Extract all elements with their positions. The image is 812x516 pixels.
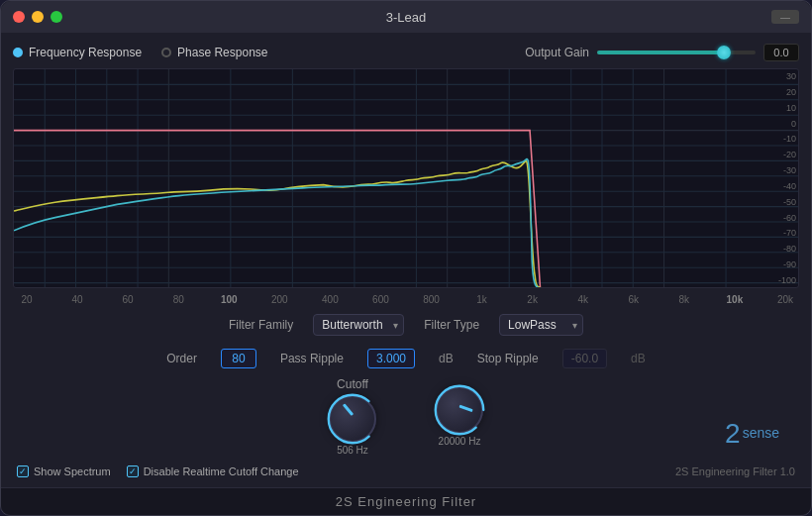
plugin-info: 2S Engineering Filter 1.0 — [675, 465, 795, 477]
cutoff2-knob-wrap: 20000 Hz — [436, 386, 483, 447]
y-label-0: 0 — [768, 119, 796, 129]
filter-row: Filter Family Butterworth Chebyshev Bess… — [13, 309, 799, 341]
close-button[interactable] — [13, 11, 25, 23]
y-label-neg30: -30 — [768, 165, 796, 175]
checkbox-group: ✓ Show Spectrum ✓ Disable Realtime Cutof… — [17, 465, 299, 477]
filter-type-label: Filter Type — [424, 318, 479, 332]
y-label-neg80: -80 — [768, 244, 796, 254]
y-label-neg90: -90 — [768, 259, 796, 269]
x-label-2k: 2k — [519, 294, 547, 305]
stop-ripple-unit: dB — [631, 352, 646, 365]
y-label-neg20: -20 — [768, 150, 796, 159]
y-label-neg70: -70 — [768, 228, 796, 238]
order-label: Order — [166, 352, 197, 365]
y-label-neg100: -100 — [768, 275, 796, 285]
stop-ripple-label: Stop Ripple — [477, 352, 539, 365]
show-spectrum-checkmark: ✓ — [19, 466, 27, 476]
y-label-10: 10 — [768, 103, 796, 113]
y-label-neg10: -10 — [768, 134, 796, 144]
x-label-8k: 8k — [670, 294, 698, 305]
order-value[interactable]: 80 — [221, 349, 256, 368]
brand-logo: 2 sense — [725, 420, 779, 448]
filter-type-wrapper[interactable]: LowPass HighPass BandPass — [499, 314, 583, 336]
params-row: Order 80 Pass Ripple 3.000 dB Stop Rippl… — [13, 345, 799, 372]
cutoff-knob-indicator — [343, 403, 354, 416]
cutoff-knob-wrap: 506 Hz — [329, 395, 376, 456]
output-gain-label: Output Gain — [525, 46, 589, 59]
x-label-400: 400 — [316, 294, 344, 305]
stop-ripple-value[interactable]: -60.0 — [562, 349, 607, 368]
y-label-neg50: -50 — [768, 197, 796, 207]
gain-slider[interactable] — [597, 51, 756, 54]
phase-response-label: Phase Response — [177, 46, 267, 59]
x-label-40: 40 — [63, 294, 91, 305]
footer-text: 2S Engineering Filter — [336, 494, 476, 509]
footer: 2S Engineering Filter — [1, 487, 811, 515]
y-label-neg60: -60 — [768, 213, 796, 223]
gain-slider-thumb — [717, 46, 731, 59]
x-label-80: 80 — [164, 294, 192, 305]
freq-response-toggle[interactable]: Frequency Response — [13, 46, 142, 59]
gain-slider-fill — [597, 51, 721, 54]
x-label-1k: 1k — [468, 294, 496, 305]
cutoff-knob-group: Cutoff 506 Hz — [329, 377, 376, 456]
window-title: 3-Lead — [386, 10, 426, 25]
cutoff2-knob-indicator — [458, 404, 472, 412]
freq-response-dot — [13, 48, 23, 57]
disable-realtime-checkmark: ✓ — [129, 466, 137, 476]
x-label-10k: 10k — [721, 294, 749, 305]
disable-realtime-item[interactable]: ✓ Disable Realtime Cutoff Change — [127, 465, 299, 477]
knobs-row: Cutoff 506 Hz — [13, 376, 799, 456]
disable-realtime-label: Disable Realtime Cutoff Change — [144, 465, 299, 477]
x-label-800: 800 — [418, 294, 446, 305]
minimize-button[interactable] — [32, 11, 44, 23]
svg-point-31 — [436, 385, 484, 434]
pass-ripple-value[interactable]: 3.000 — [367, 349, 415, 368]
x-label-4k: 4k — [569, 294, 597, 305]
cutoff2-knob-group: 20000 Hz — [436, 386, 483, 447]
y-axis: 30 20 10 0 -10 -20 -30 -40 -50 -60 -70 -… — [766, 69, 798, 287]
response-toggles: Frequency Response Phase Response — [13, 46, 267, 59]
cutoff-label: Cutoff — [337, 377, 368, 391]
title-bar: 3-Lead — — [1, 1, 811, 33]
graph-container: 30 20 10 0 -10 -20 -30 -40 -50 -60 -70 -… — [13, 68, 799, 288]
frequency-graph — [14, 69, 798, 287]
x-label-60: 60 — [114, 294, 142, 305]
collapse-button[interactable]: — — [771, 10, 799, 24]
gain-value[interactable]: 0.0 — [763, 44, 799, 61]
x-label-100: 100 — [215, 294, 243, 305]
pass-ripple-unit: dB — [439, 352, 454, 365]
disable-realtime-checkbox[interactable]: ✓ — [127, 465, 139, 477]
main-content: Frequency Response Phase Response Output… — [1, 33, 811, 487]
x-label-20k: 20k — [771, 294, 799, 305]
cutoff-value: 506 Hz — [337, 445, 368, 456]
window-controls — [13, 11, 62, 23]
show-spectrum-label: Show Spectrum — [34, 465, 111, 477]
maximize-button[interactable] — [51, 11, 62, 23]
show-spectrum-checkbox[interactable]: ✓ — [17, 465, 29, 477]
pass-ripple-label: Pass Ripple — [280, 352, 344, 365]
x-label-600: 600 — [366, 294, 394, 305]
filter-family-select[interactable]: Butterworth Chebyshev Bessel — [313, 314, 404, 336]
y-label-20: 20 — [768, 87, 796, 97]
filter-type-select[interactable]: LowPass HighPass BandPass — [499, 314, 583, 336]
x-label-20: 20 — [13, 294, 41, 305]
phase-response-toggle[interactable]: Phase Response — [161, 46, 267, 59]
x-label-200: 200 — [265, 294, 293, 305]
main-window: 3-Lead — Frequency Response Phase Respon… — [0, 0, 812, 516]
x-label-6k: 6k — [620, 294, 648, 305]
cutoff-knob[interactable] — [329, 395, 376, 443]
show-spectrum-item[interactable]: ✓ Show Spectrum — [17, 465, 111, 477]
output-gain-row: Output Gain 0.0 — [525, 44, 799, 61]
bottom-row: ✓ Show Spectrum ✓ Disable Realtime Cutof… — [13, 460, 799, 483]
svg-point-30 — [329, 394, 377, 443]
y-label-30: 30 — [768, 71, 796, 81]
y-label-neg40: -40 — [768, 181, 796, 191]
x-axis: 20 40 60 80 100 200 400 600 800 1k 2k 4k… — [13, 292, 799, 305]
cutoff2-knob[interactable] — [436, 386, 483, 434]
filter-family-label: Filter Family — [229, 318, 293, 332]
top-controls: Frequency Response Phase Response Output… — [13, 41, 799, 64]
freq-response-label: Frequency Response — [29, 46, 142, 59]
filter-family-wrapper[interactable]: Butterworth Chebyshev Bessel — [313, 314, 404, 336]
phase-response-dot — [161, 48, 171, 57]
